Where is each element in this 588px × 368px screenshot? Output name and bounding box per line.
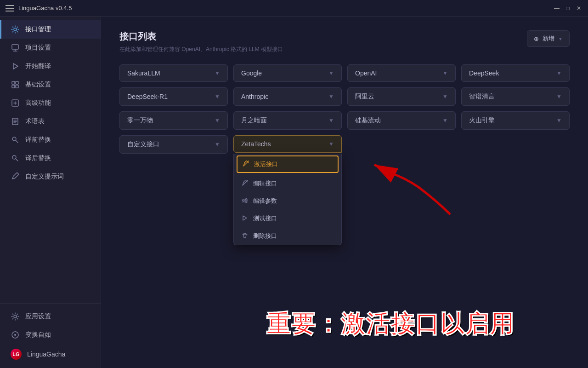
dropdown-item-edit[interactable]: 编辑接口 (234, 175, 341, 192)
interface-mgmt-icon (11, 25, 20, 34)
content-area: ⊕ 新增 ▼ 接口列表 在此添加和管理任何兼容 OpenAI、Anthropic… (101, 17, 588, 368)
sidebar: 接口管理 项目设置 开始翻译 (0, 17, 101, 368)
window-controls: — □ ✕ (553, 5, 582, 12)
dropdown-item-edit-params[interactable]: 编辑参数 (234, 192, 341, 210)
minimize-button[interactable]: — (553, 5, 560, 12)
pre-replace-icon (11, 135, 20, 144)
sidebar-item-start-translate[interactable]: 开始翻译 (0, 57, 101, 75)
interface-btn-google[interactable]: Google ▼ (233, 64, 342, 82)
interface-btn-moonshot[interactable]: 月之暗面 ▼ (233, 111, 342, 130)
svg-point-9 (12, 155, 16, 159)
svg-rect-3 (16, 81, 18, 84)
delete-icon (241, 232, 249, 240)
sidebar-label-pre-replace: 译前替换 (25, 136, 51, 144)
sidebar-label-start-translate: 开始翻译 (25, 62, 51, 70)
title-bar-left: LinguaGacha v0.4.5 (6, 5, 72, 12)
interface-grid-row3: 零一万物 ▼ 月之暗面 ▼ 硅基流动 ▼ 火山引擎 ▼ (119, 111, 570, 130)
hamburger-menu[interactable] (6, 5, 14, 12)
svg-rect-1 (12, 45, 18, 49)
dropdown-item-delete[interactable]: 删除接口 (234, 227, 341, 245)
svg-point-12 (14, 334, 16, 336)
new-button-label: 新增 (543, 34, 554, 43)
svg-point-10 (14, 315, 17, 318)
sidebar-item-transform[interactable]: 变换自如 (0, 326, 101, 344)
new-button-chevron: ▼ (558, 36, 563, 41)
chevron-down-icon: ▼ (556, 117, 562, 124)
interface-btn-deepseek[interactable]: DeepSeek ▼ (461, 64, 570, 82)
new-button-plus: ⊕ (534, 35, 539, 42)
start-translate-icon (11, 62, 20, 71)
sidebar-item-advanced[interactable]: 高级功能 (0, 94, 101, 112)
chevron-down-icon: ▼ (215, 117, 220, 124)
chevron-down-icon: ▼ (215, 70, 220, 76)
sidebar-item-interface-mgmt[interactable]: 接口管理 (0, 20, 101, 39)
sidebar-item-project-settings[interactable]: 项目设置 (0, 39, 101, 57)
chevron-down-icon: ▼ (556, 70, 562, 76)
dropdown-menu: 激活接口 编辑接口 (233, 154, 342, 245)
interface-btn-sakurallm[interactable]: SakuraLLM ▼ (119, 64, 228, 82)
page-subtitle: 在此添加和管理任何兼容 OpenAI、Anthropic 格式的 LLM 模型接… (119, 46, 570, 53)
sidebar-item-app-settings[interactable]: 应用设置 (0, 307, 101, 326)
sidebar-label-app-settings: 应用设置 (25, 312, 51, 321)
close-button[interactable]: ✕ (575, 5, 582, 12)
sidebar-item-linguagacha[interactable]: LG LinguaGacha (0, 344, 101, 364)
glossary-icon (11, 117, 20, 126)
interface-btn-zhipu[interactable]: 智谱清言 ▼ (461, 87, 570, 106)
svg-point-0 (14, 28, 17, 31)
page-title: 接口列表 (119, 30, 570, 43)
sidebar-label-transform: 变换自如 (25, 331, 51, 339)
interface-btn-deepseek-r1[interactable]: DeepSeek-R1 ▼ (119, 87, 228, 106)
chevron-down-icon: ▼ (328, 70, 334, 76)
page-header: 接口列表 在此添加和管理任何兼容 OpenAI、Anthropic 格式的 LL… (119, 30, 570, 53)
sidebar-item-basic-settings[interactable]: 基础设置 (0, 75, 101, 94)
app-settings-icon (11, 312, 20, 321)
sidebar-label-basic-settings: 基础设置 (25, 80, 51, 89)
sidebar-label-custom-prompt: 自定义提示词 (25, 172, 64, 181)
sidebar-label-linguagacha: LinguaGacha (27, 351, 65, 358)
main-layout: 接口管理 项目设置 开始翻译 (0, 17, 588, 368)
sidebar-bottom: 应用设置 变换自如 LG LinguaGacha (0, 303, 101, 364)
title-bar: LinguaGacha v0.4.5 — □ ✕ (0, 0, 588, 17)
sidebar-label-interface-mgmt: 接口管理 (25, 25, 51, 34)
basic-settings-icon (11, 80, 20, 89)
interface-btn-volcano[interactable]: 火山引擎 ▼ (461, 111, 570, 130)
app-title: LinguaGacha v0.4.5 (18, 5, 72, 12)
sidebar-item-custom-prompt[interactable]: 自定义提示词 (0, 167, 101, 186)
transform-icon (11, 330, 20, 339)
svg-rect-5 (16, 85, 18, 88)
svg-point-8 (12, 137, 16, 141)
chevron-down-icon: ▼ (328, 93, 334, 100)
custom-prompt-icon (11, 172, 20, 181)
interface-btn-openai[interactable]: OpenAI ▼ (347, 64, 456, 82)
chevron-down-icon: ▼ (328, 117, 334, 124)
arrow-annotation (345, 145, 459, 219)
interface-btn-anthropic[interactable]: Anthropic ▼ (233, 87, 342, 106)
interface-btn-zetatechs[interactable]: ZetaTechs ▼ (233, 135, 342, 153)
interface-btn-siliconflow[interactable]: 硅基流动 ▼ (347, 111, 456, 130)
grid-spacer-4 (461, 135, 570, 154)
chevron-down-icon: ▼ (442, 93, 448, 100)
chevron-down-icon: ▼ (328, 141, 334, 147)
interface-btn-aliyun[interactable]: 阿里云 ▼ (347, 87, 456, 106)
chevron-down-icon: ▼ (442, 70, 448, 76)
avatar: LG (11, 349, 22, 360)
test-icon (241, 215, 249, 223)
dropdown-item-activate[interactable]: 激活接口 (237, 155, 339, 173)
bottom-annotation: 重要：激活接口以启用 (193, 308, 588, 340)
interface-btn-01ai[interactable]: 零一万物 ▼ (119, 111, 228, 130)
new-button[interactable]: ⊕ 新增 ▼ (527, 30, 570, 47)
maximize-button[interactable]: □ (564, 5, 571, 12)
dropdown-item-test[interactable]: 测试接口 (234, 210, 341, 227)
sidebar-item-pre-replace[interactable]: 译前替换 (0, 131, 101, 149)
sidebar-label-project-settings: 项目设置 (25, 44, 51, 52)
sidebar-label-post-replace: 译后替换 (25, 154, 51, 162)
interface-btn-custom[interactable]: 自定义接口 ▼ (119, 135, 228, 154)
chevron-down-icon: ▼ (556, 93, 562, 100)
post-replace-icon (11, 154, 20, 163)
svg-rect-2 (12, 81, 15, 84)
project-settings-icon (11, 43, 20, 52)
sidebar-item-post-replace[interactable]: 译后替换 (0, 149, 101, 167)
advanced-icon (11, 98, 20, 108)
zetatechs-container: ZetaTechs ▼ 激活接口 (233, 135, 342, 154)
sidebar-item-glossary[interactable]: 术语表 (0, 112, 101, 131)
